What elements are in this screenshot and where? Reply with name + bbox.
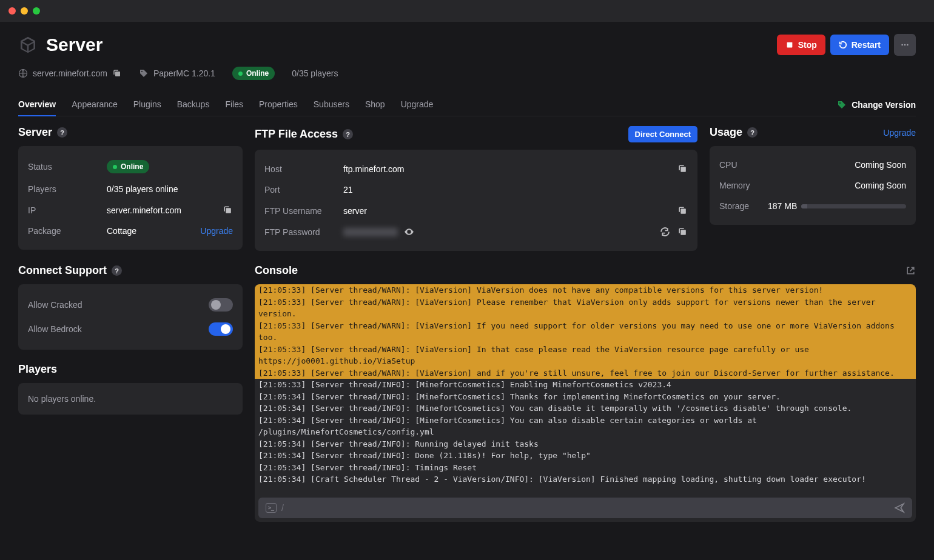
window-close-button[interactable] (8, 7, 16, 15)
svg-point-1 (901, 44, 903, 46)
window-maximize-button[interactable] (33, 7, 40, 15)
status-badge: Online (232, 67, 275, 80)
ip-label: IP (28, 205, 107, 215)
copy-icon[interactable] (223, 205, 233, 215)
ftp-pass-label: FTP Password (264, 227, 343, 237)
tab-files[interactable]: Files (225, 93, 243, 116)
page-title: Server (46, 35, 102, 55)
player-count: 0/35 players (292, 68, 338, 78)
status-label: Status (28, 162, 107, 172)
console-input-row[interactable]: >_ / (258, 498, 912, 518)
tab-shop[interactable]: Shop (365, 93, 385, 116)
status-badge: Online (107, 160, 149, 173)
server-domain: server.minefort.com (33, 68, 107, 78)
tab-subusers[interactable]: Subusers (314, 93, 349, 116)
console-line: [21:05:34] [Server thread/INFO]: Done (2… (255, 450, 916, 462)
package-label: Package (28, 226, 107, 236)
stop-button-label: Stop (798, 40, 817, 50)
ellipsis-icon (901, 41, 909, 49)
usage-card: CPU Coming Soon Memory Coming Soon Stora… (710, 146, 916, 225)
players-card: No players online. (18, 383, 243, 415)
help-icon[interactable]: ? (112, 265, 122, 276)
cpu-label: CPU (719, 160, 798, 170)
svg-rect-8 (680, 208, 686, 214)
help-icon[interactable]: ? (57, 127, 67, 138)
players-empty: No players online. (28, 392, 233, 406)
status-badge-label: Online (246, 69, 269, 78)
ftp-card: Host ftp.minefort.com Port 21 FTP Userna… (255, 150, 697, 251)
svg-point-3 (907, 44, 909, 46)
usage-upgrade-link[interactable]: Upgrade (883, 128, 916, 138)
memory-label: Memory (719, 181, 798, 190)
help-icon[interactable]: ? (747, 127, 758, 138)
usage-card-title: Usage (710, 126, 742, 139)
tab-overview[interactable]: Overview (18, 93, 56, 116)
console-output[interactable]: [21:05:33] [Server thread/WARN]: [ViaVer… (255, 284, 916, 494)
console-line: [21:05:33] [Server thread/WARN]: [ViaVer… (255, 367, 916, 379)
svg-rect-7 (680, 167, 686, 172)
allow-bedrock-toggle[interactable] (209, 322, 233, 336)
ip-value: server.minefort.com (107, 205, 223, 215)
ftp-port-value: 21 (343, 185, 688, 195)
restart-button-label: Restart (852, 40, 881, 50)
console-title: Console (255, 264, 298, 277)
copy-icon[interactable] (677, 164, 688, 174)
connect-card-title: Connect Support (18, 264, 107, 277)
copy-icon[interactable] (677, 227, 688, 237)
password-hidden (343, 228, 398, 236)
console-line: [21:05:34] [Server thread/INFO]: [Minefo… (255, 391, 916, 403)
tab-properties[interactable]: Properties (259, 93, 298, 116)
svg-rect-6 (226, 208, 231, 213)
stop-icon (785, 41, 794, 49)
more-actions-button[interactable] (894, 34, 916, 56)
console-panel: [21:05:33] [Server thread/WARN]: [ViaVer… (255, 284, 916, 522)
console-line: [21:05:34] [Server thread/INFO]: Running… (255, 438, 916, 450)
storage-value: 187 MB (768, 201, 801, 211)
stop-button[interactable]: Stop (777, 35, 825, 55)
eye-icon[interactable] (404, 227, 414, 237)
copy-icon[interactable] (677, 205, 688, 216)
console-prompt-prefix: / (281, 503, 284, 513)
console-line: [21:05:33] [Server thread/WARN]: [ViaVer… (255, 344, 916, 367)
console-line: [21:05:34] [Server thread/INFO]: [Minefo… (255, 415, 916, 438)
tab-backups[interactable]: Backups (177, 93, 210, 116)
external-link-icon[interactable] (905, 265, 916, 276)
change-version-label: Change Version (852, 100, 916, 110)
console-line: [21:05:33] [Server thread/WARN]: [ViaVer… (255, 296, 916, 320)
console-line: [21:05:34] [Craft Scheduler Thread - 2 -… (255, 473, 916, 485)
copy-icon[interactable] (112, 68, 122, 78)
status-dot-icon (238, 72, 243, 76)
refresh-icon[interactable] (660, 227, 670, 237)
tab-plugins[interactable]: Plugins (133, 93, 161, 116)
storage-label: Storage (719, 201, 768, 211)
direct-connect-button[interactable]: Direct Connect (628, 126, 697, 142)
svg-rect-9 (680, 230, 686, 235)
send-icon[interactable] (894, 502, 905, 513)
players-value: 0/35 players online (107, 184, 233, 194)
ftp-port-label: Port (264, 185, 343, 195)
upgrade-link[interactable]: Upgrade (200, 226, 233, 236)
memory-value: Coming Soon (855, 181, 906, 190)
restart-button[interactable]: Restart (830, 35, 889, 55)
tab-upgrade[interactable]: Upgrade (401, 93, 434, 116)
allow-cracked-toggle[interactable] (209, 298, 233, 312)
ftp-host-value: ftp.minefort.com (343, 164, 677, 174)
console-command-input[interactable] (289, 504, 889, 513)
window-titlebar (0, 0, 934, 22)
server-info-card: Status Online Players 0/35 players onlin… (18, 146, 243, 250)
ftp-host-label: Host (264, 164, 343, 174)
globe-icon (18, 68, 28, 78)
help-icon[interactable]: ? (343, 129, 353, 139)
svg-rect-0 (787, 42, 792, 48)
tab-appearance[interactable]: Appearance (72, 93, 118, 116)
connect-support-card: Allow Cracked Allow Bedrock (18, 284, 243, 350)
terminal-icon: >_ (266, 503, 277, 513)
ftp-user-label: FTP Username (264, 206, 343, 216)
players-label: Players (28, 184, 107, 194)
window-minimize-button[interactable] (21, 7, 28, 15)
svg-rect-5 (115, 72, 120, 76)
change-version-link[interactable]: Change Version (837, 100, 916, 110)
tag-icon (139, 68, 149, 78)
status-dot-icon (113, 165, 117, 169)
console-line: [21:05:33] [Server thread/WARN]: [ViaVer… (255, 284, 916, 296)
